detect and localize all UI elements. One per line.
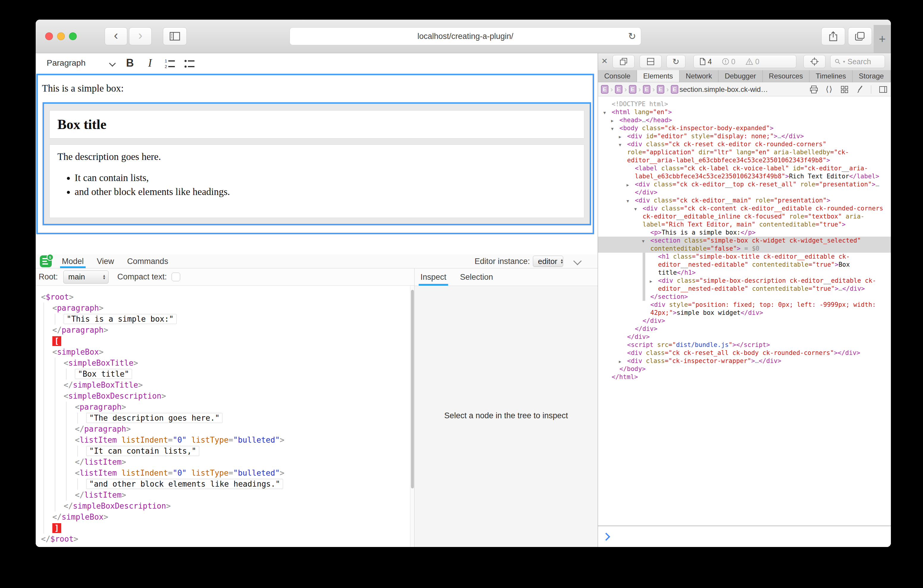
- more-tabs-button[interactable]: »: [890, 70, 891, 82]
- dom-node[interactable]: <div class="ck ck-reset_all ck-body ck-r…: [598, 349, 891, 357]
- rt-tab-selection[interactable]: Selection: [460, 268, 493, 286]
- forward-button[interactable]: ›: [129, 27, 152, 45]
- search-field[interactable]: ▾ Search: [830, 55, 885, 68]
- model-tree-line[interactable]: ]: [36, 522, 410, 534]
- dt-tab-debugger[interactable]: Debugger: [718, 70, 762, 82]
- dom-node[interactable]: ▼<html lang="en">: [598, 108, 891, 116]
- model-tree-line[interactable]: "Box title": [36, 369, 410, 379]
- dom-node[interactable]: <h1 class="simple-box-title ck-editor__e…: [598, 253, 891, 277]
- dom-node[interactable]: </div>: [598, 333, 891, 341]
- minimize-window-button[interactable]: [57, 33, 65, 40]
- ins-tab-view[interactable]: View: [97, 255, 114, 268]
- editor-editable-area[interactable]: This is a simple box: Box title The desc…: [36, 74, 594, 234]
- dt-tab-timelines[interactable]: Timelines: [810, 70, 852, 82]
- dom-node[interactable]: ▶<div class="ck ck-editor__top ck-reset_…: [598, 181, 891, 197]
- editor-paragraph[interactable]: This is a simple box:: [42, 83, 593, 94]
- model-tree-line[interactable]: "The description goes here.": [36, 412, 410, 424]
- list-item[interactable]: and other block elements like headings.: [75, 186, 576, 197]
- dom-node[interactable]: <label class="ck ck-label ck-voice-label…: [598, 164, 891, 181]
- dom-node[interactable]: ▼<body class="ck-inspector-body-expanded…: [598, 124, 891, 132]
- description-list[interactable]: It can contain lists,and other block ele…: [57, 172, 576, 197]
- breadcrumb-element-badge[interactable]: E: [671, 85, 678, 94]
- italic-button[interactable]: I: [148, 56, 152, 69]
- model-tree-line[interactable]: "and other block elements like headings.…: [36, 479, 410, 489]
- styles-brush-icon[interactable]: [856, 85, 863, 94]
- dt-tab-elements[interactable]: Elements: [637, 70, 680, 82]
- dom-node[interactable]: ▶<div class="ck-inspector-wrapper">…</di…: [598, 357, 891, 365]
- dt-tab-storage[interactable]: Storage: [852, 70, 890, 82]
- dom-node[interactable]: </body>: [598, 365, 891, 373]
- model-tree-line[interactable]: <simpleBoxTitle>: [36, 358, 410, 369]
- sidebar-button[interactable]: [163, 27, 187, 45]
- resource-status-button[interactable]: 4 0: [693, 55, 797, 68]
- model-tree-line[interactable]: [: [36, 336, 410, 347]
- dt-tab-resources[interactable]: Resources: [763, 70, 810, 82]
- list-item[interactable]: It can contain lists,: [75, 172, 576, 184]
- zoom-window-button[interactable]: [69, 33, 77, 40]
- disclosure-closed-icon[interactable]: ▶: [627, 181, 629, 189]
- simple-box-description-area[interactable]: The description goes here. It can contai…: [49, 145, 584, 218]
- model-tree-line[interactable]: <paragraph>: [36, 302, 410, 314]
- collapse-inspector-icon[interactable]: [573, 257, 581, 265]
- reload-icon[interactable]: ↻: [628, 31, 636, 42]
- model-tree-line[interactable]: </listItem>: [36, 489, 410, 501]
- bulleted-list-button[interactable]: [184, 58, 195, 69]
- disclosure-closed-icon[interactable]: ▶: [619, 358, 621, 366]
- description-paragraph[interactable]: The description goes here.: [57, 151, 576, 162]
- model-tree-line[interactable]: </simpleBox>: [36, 512, 410, 522]
- dom-node-selected[interactable]: ▼<section class="simple-box ck-widget ck…: [598, 237, 891, 253]
- model-tree-line[interactable]: </simpleBoxDescription>: [36, 501, 410, 512]
- dom-node[interactable]: ▶<div class="simple-box-description ck-e…: [598, 277, 891, 293]
- ins-tab-commands[interactable]: Commands: [127, 255, 168, 268]
- breadcrumb-selector[interactable]: section.simple-box.ck-wid…: [680, 85, 768, 94]
- simple-box-title-area[interactable]: Box title: [49, 110, 584, 138]
- rt-tab-inspect[interactable]: Inspect: [420, 268, 446, 286]
- disclosure-closed-icon[interactable]: ▶: [650, 278, 652, 286]
- split-console-button[interactable]: [640, 55, 662, 68]
- dom-node[interactable]: ▶<div id="editor" style="display: none;"…: [598, 132, 891, 140]
- dom-node[interactable]: </html>: [598, 373, 891, 381]
- dom-node[interactable]: ▶<head>…</head>: [598, 116, 891, 124]
- code-brackets-icon[interactable]: ⟨⟩: [826, 85, 833, 94]
- print-icon[interactable]: [810, 85, 818, 94]
- breadcrumb-element-badge[interactable]: E: [643, 85, 650, 94]
- disclosure-closed-icon[interactable]: ▶: [611, 117, 613, 125]
- editor-instance-select[interactable]: editor ▲▼: [533, 256, 563, 267]
- breadcrumb-element-badge[interactable]: E: [657, 85, 664, 94]
- dom-node[interactable]: </section>: [598, 293, 891, 301]
- dom-node[interactable]: <p>This is a simple box:</p>: [598, 228, 891, 237]
- tab-overview-button[interactable]: [848, 27, 872, 45]
- model-tree-line[interactable]: <listItem listIndent="0" listType="bulle…: [36, 468, 410, 479]
- dom-node[interactable]: ▼<div class="ck ck-content ck-editor__ed…: [598, 205, 891, 228]
- model-tree-line[interactable]: <paragraph>: [36, 402, 410, 412]
- dom-node[interactable]: </div>: [598, 325, 891, 333]
- model-tree-line[interactable]: </paragraph>: [36, 424, 410, 435]
- grid-icon[interactable]: [841, 85, 848, 94]
- disclosure-open-icon[interactable]: ▼: [642, 237, 644, 245]
- model-tree-line[interactable]: </paragraph>: [36, 325, 410, 336]
- compact-text-checkbox[interactable]: [172, 273, 180, 281]
- numbered-list-button[interactable]: 1 2: [164, 58, 176, 69]
- box-title-heading[interactable]: Box title: [57, 117, 576, 132]
- breadcrumb-element-badge[interactable]: E: [629, 85, 636, 94]
- disclosure-closed-icon[interactable]: ▶: [619, 133, 621, 141]
- model-tree-line[interactable]: <$root>: [36, 292, 410, 302]
- scrollbar-thumb[interactable]: [411, 290, 414, 488]
- model-tree-line[interactable]: "It can contain lists,": [36, 446, 410, 457]
- dom-node[interactable]: <script src="dist/bundle.js"></script>: [598, 341, 891, 349]
- disclosure-open-icon[interactable]: ▼: [603, 109, 606, 117]
- address-bar[interactable]: localhost/creating-a-plugin/ ↻: [290, 27, 641, 45]
- bold-button[interactable]: B: [126, 57, 134, 69]
- share-button[interactable]: [821, 27, 845, 45]
- disclosure-open-icon[interactable]: ▼: [627, 197, 629, 205]
- breadcrumb-element-badge[interactable]: E: [601, 85, 608, 94]
- model-tree-line[interactable]: <simpleBox>: [36, 347, 410, 358]
- ins-tab-model[interactable]: Model: [62, 255, 84, 268]
- dom-node[interactable]: ▼<div class="ck ck-editor__main" role="p…: [598, 197, 891, 205]
- details-sidebar-icon[interactable]: [879, 86, 887, 93]
- dom-node[interactable]: <div style="position: fixed; top: 0px; l…: [598, 301, 891, 317]
- new-tab-button[interactable]: +: [874, 25, 891, 53]
- model-tree-line[interactable]: <listItem listIndent="0" listType="bulle…: [36, 435, 410, 446]
- close-devtools-button[interactable]: ×: [601, 55, 608, 67]
- disclosure-open-icon[interactable]: ▼: [634, 205, 637, 213]
